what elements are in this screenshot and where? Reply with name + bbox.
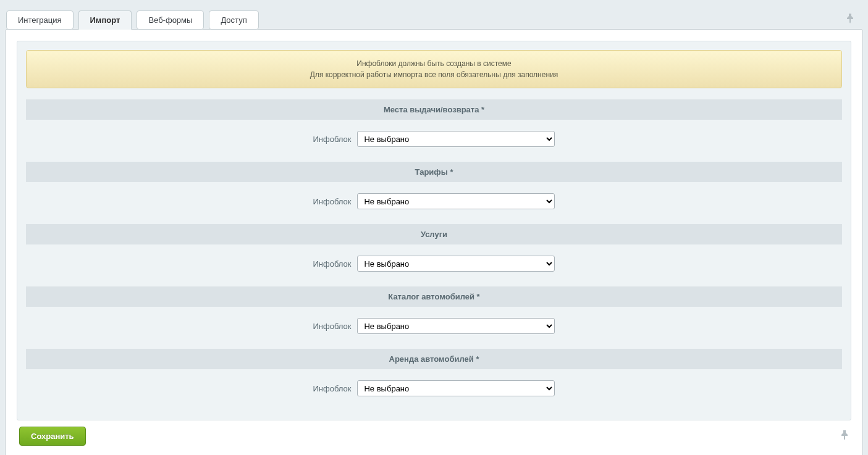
- pin-bottom-wrap: [840, 430, 849, 443]
- section-header-catalog: Каталог автомобилей *: [26, 286, 842, 307]
- notice-line1: Инфоблоки должны быть созданы в системе: [33, 58, 835, 69]
- inner-panel: Инфоблоки должны быть созданы в системе …: [17, 41, 851, 420]
- tab-integration[interactable]: Интеграция: [6, 10, 74, 30]
- field-row-services: Инфоблок Не выбрано: [26, 244, 842, 286]
- save-button[interactable]: Сохранить: [19, 427, 86, 446]
- section-header-tariffs: Тарифы *: [26, 162, 842, 182]
- infoblock-select-services[interactable]: Не выбрано: [357, 256, 555, 272]
- footer: Сохранить: [17, 420, 851, 446]
- field-row-tariffs: Инфоблок Не выбрано: [26, 182, 842, 224]
- pin-icon[interactable]: [840, 432, 849, 442]
- notice-box: Инфоблоки должны быть созданы в системе …: [26, 50, 842, 88]
- infoblock-select-places[interactable]: Не выбрано: [357, 131, 555, 147]
- tabs-row: Интеграция Импорт Веб-формы Доступ: [5, 5, 863, 29]
- main-panel: Инфоблоки должны быть созданы в системе …: [5, 30, 863, 455]
- infoblock-select-catalog[interactable]: Не выбрано: [357, 318, 555, 334]
- notice-line2: Для корректной работы импорта все поля о…: [33, 69, 835, 80]
- field-label-catalog: Инфоблок: [313, 322, 352, 331]
- tab-webforms[interactable]: Веб-формы: [137, 10, 204, 30]
- pin-top-wrap: [846, 14, 862, 26]
- section-header-services: Услуги: [26, 224, 842, 244]
- field-label-tariffs: Инфоблок: [313, 197, 352, 206]
- field-label-rental: Инфоблок: [313, 384, 352, 393]
- section-header-places: Места выдачи/возврата *: [26, 99, 842, 120]
- tab-access[interactable]: Доступ: [209, 10, 258, 30]
- field-row-places: Инфоблок Не выбрано: [26, 120, 842, 162]
- tab-import[interactable]: Импорт: [78, 10, 132, 30]
- field-row-catalog: Инфоблок Не выбрано: [26, 307, 842, 349]
- infoblock-select-tariffs[interactable]: Не выбрано: [357, 193, 555, 209]
- field-label-services: Инфоблок: [313, 259, 352, 269]
- field-row-rental: Инфоблок Не выбрано: [26, 369, 842, 411]
- infoblock-select-rental[interactable]: Не выбрано: [357, 380, 555, 396]
- section-header-rental: Аренда автомобилей *: [26, 349, 842, 369]
- field-label-places: Инфоблок: [313, 135, 352, 144]
- pin-icon[interactable]: [846, 15, 854, 25]
